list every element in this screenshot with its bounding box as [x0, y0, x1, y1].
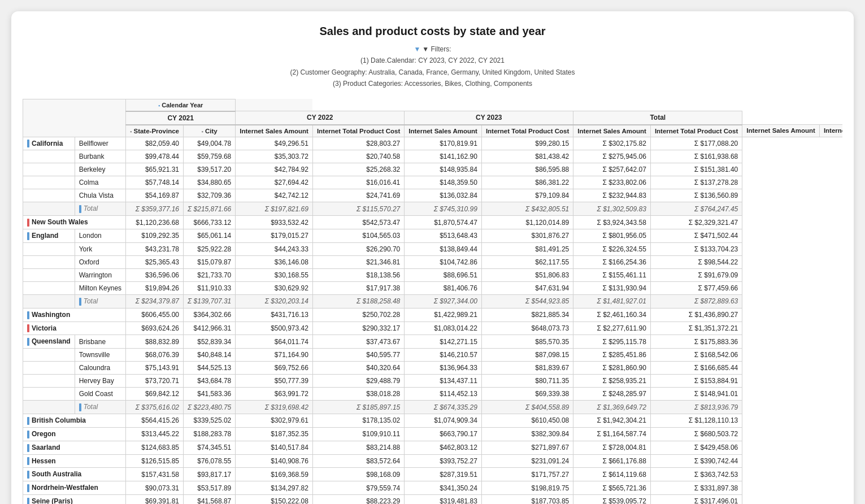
- city-cell: London: [75, 229, 125, 243]
- data-cell-6: Σ $281,860.90: [573, 362, 651, 375]
- city-cell: Burbank: [75, 150, 125, 163]
- cy2023-sales-header: Internet Sales Amount: [573, 125, 651, 137]
- data-table: ▪ Calendar Year CY 2021 CY 2022 CY 2023 …: [23, 99, 842, 504]
- data-cell-4: $142,271.15: [405, 335, 482, 349]
- data-cell-2: $187,352.35: [236, 427, 313, 441]
- city-cell: Total: [75, 401, 125, 414]
- data-cell-7: Σ $137,278.28: [650, 176, 742, 189]
- data-cell-1: $59,759.68: [184, 150, 236, 163]
- data-cell-1: $666,733.12: [184, 216, 236, 229]
- state-province-header[interactable]: ▪ State-Province: [126, 125, 184, 137]
- filter-line-3: (3) Product Categories: Accessories, Bik…: [23, 78, 842, 89]
- cy2022-sales-header: Internet Sales Amount: [405, 125, 482, 137]
- data-cell-7: Σ $1,351,372.21: [650, 321, 742, 335]
- data-cell-6: Σ $232,944.83: [573, 189, 651, 202]
- data-cell-1: $39,517.20: [184, 163, 236, 176]
- data-cell-1: $412,966.31: [184, 321, 236, 335]
- data-cell-2: $71,164.90: [236, 349, 313, 362]
- data-cell-0: $124,683.85: [126, 441, 184, 454]
- data-cell-6: Σ $565,721.36: [573, 481, 651, 495]
- data-cell-2: $134,297.82: [236, 481, 313, 495]
- data-cell-3: $26,290.70: [312, 242, 404, 255]
- state-cell: Queensland: [23, 335, 75, 349]
- data-cell-1: $43,684.78: [184, 375, 236, 388]
- data-cell-6: Σ $801,956.05: [573, 229, 651, 243]
- filter-line-1: (1) Date.Calendar: CY 2023, CY 2022, CY …: [23, 55, 842, 66]
- data-cell-4: $319,481.83: [405, 494, 482, 504]
- data-cell-6: Σ $131,930.94: [573, 281, 651, 294]
- data-cell-0: $73,720.71: [126, 375, 184, 388]
- data-cell-0: $313,445.22: [126, 427, 184, 441]
- data-cell-1: $74,345.51: [184, 441, 236, 454]
- bar-blue-icon: [27, 431, 29, 438]
- data-cell-4: $138,849.44: [405, 242, 482, 255]
- arrow-indicator: ▪: [158, 103, 160, 108]
- data-cell-3: $28,803.27: [312, 137, 404, 150]
- data-cell-6: Σ $285,451.86: [573, 349, 651, 362]
- data-cell-4: $134,437.11: [405, 375, 482, 388]
- data-cell-7: Σ $77,459.66: [650, 281, 742, 294]
- data-cell-5: $86,595.88: [481, 163, 573, 176]
- data-cell-3: $29,488.79: [312, 375, 404, 388]
- state-cell: California: [23, 137, 75, 150]
- data-cell-1: Σ $139,707.31: [184, 294, 236, 308]
- data-cell-7: Σ $390,742.44: [650, 454, 742, 468]
- data-cell-1: $34,880.65: [184, 176, 236, 189]
- data-cell-6: Σ $2,277,611.90: [573, 321, 651, 335]
- bar-blue-icon: [27, 338, 29, 346]
- cy2021-cost-header: Internet Total Product Cost: [312, 125, 404, 137]
- city-header[interactable]: ▪ City: [184, 125, 236, 137]
- data-cell-2: $35,303.72: [236, 150, 313, 163]
- data-cell-6: Σ $1,164,587.74: [573, 427, 651, 441]
- data-cell-0: $19,894.26: [126, 281, 184, 294]
- data-cell-1: $93,817.17: [184, 468, 236, 481]
- cy2021-header: CY 2021: [126, 111, 236, 125]
- data-cell-0: $157,431.58: [126, 468, 184, 481]
- data-cell-0: $126,515.85: [126, 454, 184, 468]
- data-cell-5: $47,631.94: [481, 281, 573, 294]
- data-cell-6: Σ $233,802.06: [573, 176, 651, 189]
- state-cell: [23, 281, 75, 294]
- data-cell-7: Σ $153,884.91: [650, 375, 742, 388]
- data-cell-2: Σ $319,698.42: [236, 401, 313, 414]
- data-cell-0: $69,842.12: [126, 388, 184, 401]
- state-cell: [23, 401, 75, 414]
- data-cell-3: $178,135.02: [312, 414, 404, 428]
- data-cell-4: $88,696.51: [405, 268, 482, 281]
- city-cell: Colma: [75, 176, 125, 189]
- data-cell-5: $271,897.67: [481, 441, 573, 454]
- city-cell: Hervey Bay: [75, 375, 125, 388]
- data-cell-4: $513,648.43: [405, 229, 482, 243]
- data-cell-5: $62,117.55: [481, 255, 573, 268]
- data-cell-2: $933,532.42: [236, 216, 313, 229]
- data-cell-5: $648,073.73: [481, 321, 573, 335]
- bar-blue-icon: [27, 457, 29, 465]
- data-cell-0: $25,365.43: [126, 255, 184, 268]
- data-cell-3: $88,223.29: [312, 494, 404, 504]
- data-cell-5: $51,806.83: [481, 268, 573, 281]
- data-cell-3: Σ $115,570.27: [312, 202, 404, 216]
- data-cell-1: $11,910.33: [184, 281, 236, 294]
- city-cell: Townsville: [75, 349, 125, 362]
- state-cell: [23, 375, 75, 388]
- data-cell-2: $150,222.08: [236, 494, 313, 504]
- bar-blue-icon: [79, 298, 81, 306]
- data-cell-0: $57,748.14: [126, 176, 184, 189]
- data-cell-6: Σ $1,481,927.01: [573, 294, 651, 308]
- data-cell-7: Σ $764,247.45: [650, 202, 742, 216]
- cy2021-sales-header: Internet Sales Amount: [236, 125, 313, 137]
- city-cell: Milton Keynes: [75, 281, 125, 294]
- data-cell-0: Σ $359,377.16: [126, 202, 184, 216]
- data-cell-6: Σ $3,924,343.58: [573, 216, 651, 229]
- data-cell-2: $169,368.59: [236, 468, 313, 481]
- data-cell-5: $81,839.67: [481, 362, 573, 375]
- total-sales-header: Internet Sales Amount: [742, 125, 820, 137]
- city-cell: Gold Coast: [75, 388, 125, 401]
- data-cell-3: $250,702.28: [312, 308, 404, 321]
- state-cell: Hessen: [23, 454, 126, 468]
- data-cell-5: $382,309.84: [481, 427, 573, 441]
- total-header: Total: [573, 111, 742, 125]
- data-cell-5: $69,339.38: [481, 388, 573, 401]
- data-cell-6: Σ $2,461,160.34: [573, 308, 651, 321]
- bar-blue-icon: [79, 403, 81, 411]
